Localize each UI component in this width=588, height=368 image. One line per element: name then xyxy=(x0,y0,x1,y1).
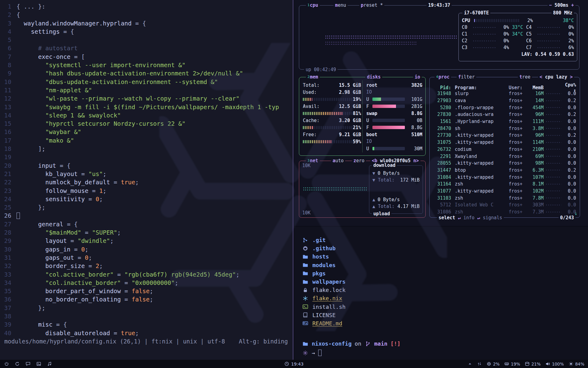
brightness-module[interactable]: 84% xyxy=(569,362,584,366)
editor-cursor xyxy=(17,213,20,219)
disks-io-toggle[interactable]: io xyxy=(413,74,422,80)
disk-meter-label: F xyxy=(366,104,370,109)
code-text: { xyxy=(17,11,20,18)
folder-icon xyxy=(302,254,309,259)
tray-expander[interactable] xyxy=(468,362,472,366)
power-button[interactable] xyxy=(4,362,9,366)
memory-module[interactable]: 19% xyxy=(504,362,520,366)
line-number: 19 xyxy=(2,153,17,161)
btop-preset-button[interactable]: preset * xyxy=(359,2,384,8)
code-line: 37 }; xyxy=(2,304,292,312)
signals-hint[interactable]: signals xyxy=(483,215,502,220)
screenshot-button[interactable] xyxy=(36,362,41,366)
btop-clock: 19:43:37 xyxy=(427,2,452,8)
process-row[interactable]: 31075.kitty-wrappedfros+114M0.0 xyxy=(433,139,577,146)
info-hint[interactable]: info xyxy=(463,215,474,220)
reload-button[interactable] xyxy=(15,362,20,366)
shell-prompt: nixos-config on main [!] xyxy=(302,339,588,348)
interval-increase-button[interactable]: + xyxy=(571,2,574,8)
line-number: 36 xyxy=(2,295,17,304)
code-text: input = { xyxy=(17,162,70,169)
process-row[interactable]: 28470shfros+3.8M0.0 xyxy=(433,125,577,132)
process-row[interactable]: 31084.kitty-wrappedfros+107M0.0 xyxy=(433,174,577,181)
file-name: .git xyxy=(312,237,326,243)
code-area[interactable]: 1{ ... }:2{3 wayland.windowManager.hyprl… xyxy=(2,2,292,337)
memory-stat-value: 12.5 GiB xyxy=(339,104,361,109)
cpu-core-list: C00%33°CC40%C10%34°CC50%C20%C62%C34%C76% xyxy=(462,24,574,51)
disk-meter-row: F8.8G xyxy=(366,124,422,131)
module-value: 19% xyxy=(511,362,520,366)
shell-terminal-window[interactable]: .git.githubhostsmodulespkgswallpapersfla… xyxy=(294,227,588,360)
upload-total: 4.17 MiB xyxy=(398,204,420,209)
process-row[interactable]: 31103zshfros+7.8M0.0 xyxy=(433,194,577,201)
line-number: 3 xyxy=(2,19,17,28)
user-column-header[interactable]: User: xyxy=(507,85,526,90)
memory-percent: 21% xyxy=(353,125,361,130)
process-row[interactable]: 31948slurpfros+16M0.0 xyxy=(433,90,577,97)
file-name: install.sh xyxy=(312,304,345,310)
download-arrow-icon: ▼ xyxy=(372,171,375,176)
code-text: numlock_by_default = true; xyxy=(17,179,139,186)
interval-decrease-button[interactable]: − xyxy=(549,2,552,8)
process-row[interactable]: 5712Isolated Web Cfros+303M0.0 xyxy=(433,201,577,209)
net-auto-toggle[interactable]: auto xyxy=(331,158,345,164)
btop-menu-button[interactable]: menu xyxy=(334,2,348,8)
proc-filter-button[interactable]: filter xyxy=(457,74,476,80)
music-button[interactable] xyxy=(47,362,52,366)
pid-column-header[interactable]: Pid: xyxy=(433,85,452,90)
cpu-total-label: CPU xyxy=(462,18,474,23)
editor-statusline: modules/home/hyprland/config.nix (26,1) … xyxy=(4,338,288,345)
disk-name: boot xyxy=(366,132,377,137)
process-row[interactable]: 31447btopfros+6.3M0.2 xyxy=(433,167,577,174)
volume-module[interactable]: 100% xyxy=(545,362,564,366)
process-row[interactable]: 1561.Hyprland-wrapfros+111M0.0 xyxy=(433,118,577,125)
program-column-header[interactable]: Program: xyxy=(452,85,507,90)
code-text: ]; xyxy=(17,145,45,152)
disk-meter-row: U30M xyxy=(366,145,422,152)
dot-leader xyxy=(537,47,561,48)
disk-module[interactable]: 21% xyxy=(525,362,541,366)
code-text: "mako &" xyxy=(17,137,74,144)
process-row[interactable]: 27903cavafros+14M0.2 xyxy=(433,97,577,104)
code-line: 28 "$mainMod" = "SUPER"; xyxy=(2,228,292,237)
process-row[interactable]: 31077.kitty-wrappedfros+102M0.0 xyxy=(433,188,577,195)
line-number: 39 xyxy=(2,320,17,329)
shell-input-line[interactable]: → xyxy=(302,349,588,357)
module-value: 2% xyxy=(493,362,499,366)
process-row[interactable]: 5280.floorp-wrappefros+454M0.0 xyxy=(433,104,577,111)
proc-sort-selector[interactable]: < cpu lazy > xyxy=(538,74,574,80)
code-line: 9 "hash dbus-update-activation-environme… xyxy=(2,69,292,78)
process-row[interactable]: 2291Xwaylandfros+69M0.0 xyxy=(433,153,577,160)
chat-button[interactable] xyxy=(26,362,30,366)
code-line: 8 "systemctl --user import-environment &… xyxy=(2,61,292,69)
statusline-keybind-hint: Alt-g: binding xyxy=(239,338,288,345)
memory-stat-row: Used:2.98 GiB xyxy=(303,89,361,96)
snowflake-icon xyxy=(302,296,309,301)
net-zero-toggle[interactable]: zero xyxy=(352,158,366,164)
process-row[interactable]: 31164zshfros+8.1M0.0 xyxy=(433,181,577,188)
code-line: 36 no_border_on_floating = false; xyxy=(2,295,292,304)
memb-column-header[interactable]: MemB xyxy=(526,85,544,90)
memory-stat-value: 2.98 GiB xyxy=(339,90,361,95)
code-text: "col.active_border" = "rgb(cba6f7) rgb(9… xyxy=(17,271,239,278)
proc-tree-toggle[interactable]: tree xyxy=(518,74,532,80)
process-row[interactable]: 27830.audacious-wrafros+96M0.2 xyxy=(433,111,577,118)
clock-module[interactable]: 19:43 xyxy=(285,362,303,366)
process-row[interactable]: 27730.kitty-wrappedfros+96M0.2 xyxy=(433,132,577,139)
process-row[interactable]: 31086zshfros+7.3M0.0 xyxy=(433,209,577,216)
net-scale-bottom: 10K xyxy=(302,210,311,216)
file-row: wallpapers xyxy=(302,278,588,286)
disks-stats: root382GIOU101GF281Gswap8.8GU0BF8.8Gboot… xyxy=(362,80,422,152)
process-row[interactable]: 28055.kitty-wrappedfros+98M0.0 xyxy=(433,160,577,167)
line-number: 10 xyxy=(2,78,17,86)
line-number: 14 xyxy=(2,111,17,120)
network-tray-icon[interactable] xyxy=(477,362,482,366)
code-text: misc = { xyxy=(17,321,67,328)
process-row[interactable]: 26732codiumfros+210M0.0 xyxy=(433,146,577,153)
process-table-header[interactable]: Pid: Program: User: MemB Cpu% ↑ xyxy=(433,82,577,89)
cpu-usage-module[interactable]: 2% xyxy=(487,362,499,366)
disk-meter-value: 281G xyxy=(407,104,422,109)
memory-stat-value: 15.5 GiB xyxy=(339,82,361,88)
code-text: # autostart xyxy=(17,45,78,52)
net-traffic-graph xyxy=(303,187,367,191)
